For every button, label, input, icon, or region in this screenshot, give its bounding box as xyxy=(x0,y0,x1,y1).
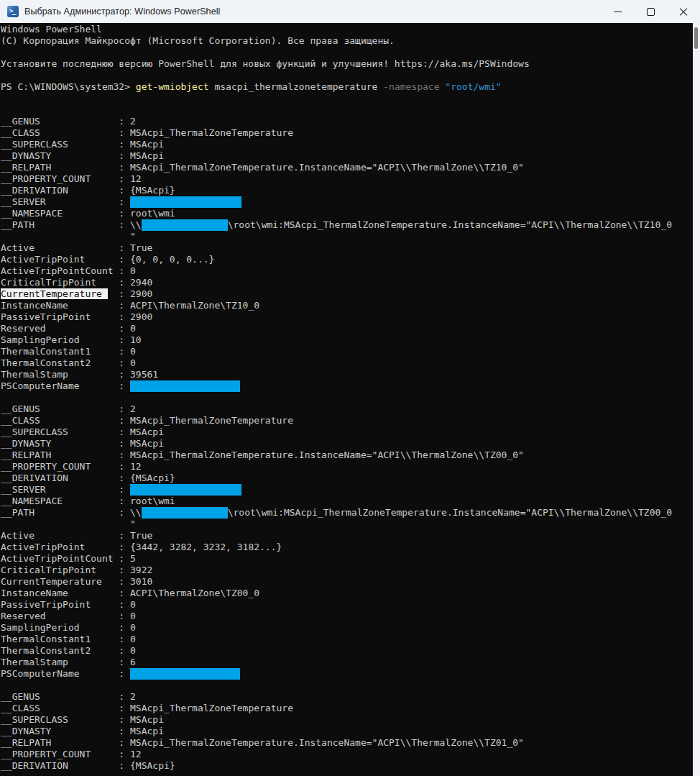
terminal-text: PassiveTripPoint : xyxy=(1,599,130,610)
terminal-line: __SERVER : xyxy=(1,484,693,496)
terminal-text: {MSAcpi} xyxy=(130,760,175,771)
terminal-line: PSComputerName : xyxy=(1,380,693,392)
redaction-box xyxy=(130,484,241,496)
terminal-text: 2 xyxy=(130,116,136,127)
terminal-text: MSAcpi_ThermalZoneTemperature.InstanceNa… xyxy=(130,737,524,748)
terminal-text: __CLASS : xyxy=(1,127,130,138)
terminal-text: {MSAcpi} xyxy=(130,185,175,196)
terminal-text: 0 xyxy=(130,599,136,610)
terminal-line xyxy=(1,392,693,403)
terminal-text: 0 xyxy=(130,645,136,656)
terminal-text: 0 xyxy=(130,634,136,644)
terminal-line: Reserved : 0 xyxy=(1,611,693,622)
terminal-text: 0 xyxy=(130,357,136,368)
terminal-text: MSAcpi_ThermalZoneTemperature.InstanceNa… xyxy=(130,162,524,173)
terminal-text: MSAcpi xyxy=(130,426,164,437)
terminal-line: ThermalConstant2 : 0 xyxy=(1,357,693,369)
terminal-text: 2 xyxy=(130,403,136,414)
terminal-text: (C) Корпорация Майкрософт (Microsoft Cor… xyxy=(1,35,395,46)
terminal-text: 39561 xyxy=(130,369,158,380)
terminal-line: PSComputerName : xyxy=(1,668,693,680)
terminal-text: 2 xyxy=(130,691,136,702)
terminal-text: __PATH : xyxy=(1,219,130,230)
terminal-line: Reserved : 0 xyxy=(1,323,693,334)
terminal-line: __SERVER : xyxy=(1,196,693,208)
terminal-line: __SUPERCLASS : MSAcpi xyxy=(1,714,693,726)
terminal-line: Windows PowerShell xyxy=(1,24,693,35)
terminal-line: __DYNASTY : MSAcpi xyxy=(1,726,693,737)
terminal-text: __GENUS : xyxy=(1,116,130,127)
minimize-button[interactable] xyxy=(601,0,634,23)
syntax-command: get-wmiobject xyxy=(136,81,209,92)
terminal-line: InstanceName : ACPI\ThermalZone\TZ10_0 xyxy=(1,300,693,311)
terminal-text: 10 xyxy=(130,334,142,345)
terminal-text: __GENUS : xyxy=(1,403,130,414)
terminal-output[interactable]: Windows PowerShell(C) Корпорация Майкрос… xyxy=(0,23,693,776)
terminal-line: __PATH : \\\root\wmi:MSAcpi_ThermalZoneT… xyxy=(1,507,693,519)
terminal-line: " xyxy=(1,231,693,242)
terminal-text: CriticalTripPoint : xyxy=(1,565,130,575)
scrollbar-thumb[interactable] xyxy=(694,27,698,49)
terminal-text: \root\wmi:MSAcpi_ThermalZoneTemperature.… xyxy=(228,219,672,230)
terminal-line: ActiveTripPoint : {3442, 3282, 3232, 318… xyxy=(1,542,693,553)
terminal-text: PS C:\WINDOWS\system32> xyxy=(1,81,136,92)
terminal-line xyxy=(1,70,693,81)
terminal-line: " xyxy=(1,519,693,530)
terminal-text: 3010 xyxy=(130,576,152,587)
terminal-text: MSAcpi xyxy=(130,714,164,725)
terminal-line: __SUPERCLASS : MSAcpi xyxy=(1,139,693,150)
terminal-text: {MSAcpi} xyxy=(130,473,175,483)
syntax-parameter: -namespace xyxy=(383,81,439,92)
terminal-text: SamplingPeriod : xyxy=(1,622,130,633)
terminal-text: CurrentTemperature : xyxy=(1,576,130,587)
terminal-line: ThermalConstant1 : 0 xyxy=(1,346,693,357)
scrollbar[interactable] xyxy=(693,23,700,776)
terminal-text: root\wmi xyxy=(130,208,175,219)
terminal-line: __GENUS : 2 xyxy=(1,403,693,415)
terminal-text: InstanceName : xyxy=(1,300,130,311)
terminal-line: CurrentTemperature : 2900 xyxy=(1,288,693,300)
terminal-text: {0, 0, 0, 0...} xyxy=(130,254,214,265)
terminal-text: __SERVER : xyxy=(1,196,130,207)
terminal-text: 2900 xyxy=(130,311,152,322)
terminal-text: __DYNASTY : xyxy=(1,438,130,449)
terminal-text: Active : xyxy=(1,242,130,253)
terminal-text: ThermalStamp : xyxy=(1,369,130,380)
terminal-line: __GENUS : 2 xyxy=(1,691,693,703)
terminal-text: ActiveTripPoint : xyxy=(1,254,130,265)
terminal-text: True xyxy=(130,242,152,253)
redaction-box xyxy=(142,219,228,231)
terminal-line: ThermalConstant2 : 0 xyxy=(1,645,693,657)
terminal-text: __CLASS : xyxy=(1,703,130,713)
terminal-text: __DERIVATION : xyxy=(1,760,130,771)
redaction-box xyxy=(130,196,241,208)
terminal-text: MSAcpi_ThermalZoneTemperature.InstanceNa… xyxy=(130,449,524,460)
terminal-text: __RELPATH : xyxy=(1,449,130,460)
terminal-text: : 2900 xyxy=(108,288,153,299)
terminal-line: InstanceName : ACPI\ThermalZone\TZ00_0 xyxy=(1,588,693,599)
terminal-text: 0 xyxy=(130,265,136,276)
terminal-text: 5 xyxy=(130,553,136,564)
terminal-line: __PATH : \\\root\wmi:MSAcpi_ThermalZoneT… xyxy=(1,219,693,231)
terminal-line: (C) Корпорация Майкрософт (Microsoft Cor… xyxy=(1,35,693,47)
terminal-text: root\wmi xyxy=(130,496,175,506)
powershell-icon: > xyxy=(7,6,19,17)
terminal-text: MSAcpi xyxy=(130,438,164,449)
terminal-text: Reserved : xyxy=(1,611,130,621)
terminal-line: __RELPATH : MSAcpi_ThermalZoneTemperatur… xyxy=(1,449,693,461)
terminal-text: __PROPERTY_COUNT : xyxy=(1,461,130,472)
terminal-text: MSAcpi_ThermalZoneTemperature xyxy=(130,127,293,138)
terminal-line: PS C:\WINDOWS\system32> get-wmiobject ms… xyxy=(1,81,693,93)
terminal-line: ActiveTripPointCount : 0 xyxy=(1,265,693,277)
maximize-button[interactable] xyxy=(634,0,667,23)
close-button[interactable] xyxy=(667,0,700,23)
maximize-icon xyxy=(647,8,655,16)
terminal-text: __PROPERTY_COUNT : xyxy=(1,749,130,759)
terminal-line: CriticalTripPoint : 2940 xyxy=(1,277,693,288)
terminal-line xyxy=(1,93,693,104)
terminal-text: \root\wmi:MSAcpi_ThermalZoneTemperature.… xyxy=(228,507,672,518)
terminal-line: ThermalStamp : 39561 xyxy=(1,369,693,380)
terminal-line: CriticalTripPoint : 3922 xyxy=(1,565,693,576)
terminal-line: PassiveTripPoint : 0 xyxy=(1,599,693,611)
terminal-line: __PROPERTY_COUNT : 12 xyxy=(1,461,693,473)
